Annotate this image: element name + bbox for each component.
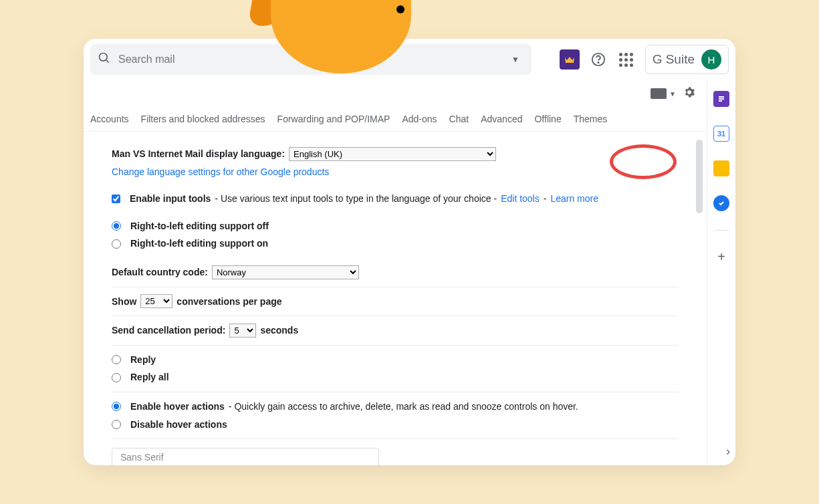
language-select[interactable]: English (UK) [289, 147, 496, 161]
input-tools-label: Enable input tools [130, 190, 211, 208]
seconds-label: seconds [260, 322, 298, 340]
main-area: ▼ Accounts Filters and blocked addresses… [84, 80, 707, 465]
tab-forwarding[interactable]: Forwarding and POP/IMAP [277, 114, 390, 124]
side-collapse-chevron[interactable]: › [726, 445, 730, 459]
rtl-off-radio[interactable] [112, 221, 121, 231]
edit-tools-link[interactable]: Edit tools [501, 190, 540, 208]
gsuite-label: G Suite [653, 52, 695, 67]
avatar[interactable]: H [701, 49, 721, 70]
svg-line-1 [106, 59, 109, 62]
conv-per-page-label: conversations per page [177, 293, 281, 311]
reply-all-radio[interactable] [112, 373, 121, 382]
rtl-on-radio[interactable] [112, 239, 121, 249]
svg-rect-5 [719, 96, 724, 98]
font-toolbar[interactable]: Sans Serif [112, 448, 379, 465]
sidebar-add-icon[interactable]: + [717, 249, 725, 265]
hover-enable-radio[interactable] [112, 402, 121, 411]
scrollbar-thumb[interactable] [696, 140, 703, 213]
reply-label: Reply [130, 351, 156, 369]
tab-filters[interactable]: Filters and blocked addresses [141, 114, 265, 124]
dash: - [544, 190, 547, 208]
input-tools-icon[interactable] [651, 88, 667, 99]
enable-input-tools-checkbox[interactable] [112, 195, 120, 203]
settings-tabs: Accounts Filters and blocked addresses F… [84, 107, 707, 132]
tab-advanced[interactable]: Advanced [481, 114, 522, 124]
search-options-dropdown[interactable]: ▼ [506, 55, 525, 64]
country-code-label: Default country code: [112, 263, 208, 281]
gear-icon[interactable] [683, 86, 696, 102]
input-tools-dropdown[interactable]: ▼ [669, 90, 676, 98]
gsuite-account-box[interactable]: G Suite H [645, 45, 729, 74]
language-label: Man VS Internet Mail display language: [112, 145, 285, 163]
sidebar-keep-icon[interactable] [713, 160, 729, 176]
sidebar-tasks-icon[interactable] [713, 195, 729, 211]
help-icon[interactable] [589, 50, 608, 69]
reply-radio[interactable] [112, 355, 121, 364]
tab-accounts[interactable]: Accounts [90, 114, 129, 124]
hover-disable-label: Disable hover actions [130, 416, 227, 434]
rtl-on-label: Right-to-left editing support on [130, 235, 268, 253]
side-panel: 31 + [707, 80, 735, 465]
svg-point-0 [100, 53, 108, 61]
show-label: Show [112, 293, 136, 311]
change-language-link[interactable]: Change language settings for other Googl… [112, 163, 329, 181]
hover-disable-radio[interactable] [112, 420, 121, 429]
tab-themes[interactable]: Themes [574, 114, 608, 124]
settings-body: Man VS Internet Mail display language: E… [84, 132, 707, 465]
country-code-select[interactable]: Norway [212, 265, 359, 279]
gmail-settings-window: ▼ G Suite H ▼ [84, 39, 735, 465]
tab-offline[interactable]: Offline [534, 114, 561, 124]
toolbar-row: ▼ [84, 80, 707, 107]
input-tools-desc: - Use various text input tools to type i… [215, 190, 497, 208]
rtl-off-label: Right-to-left editing support off [130, 217, 269, 235]
svg-point-3 [598, 62, 598, 63]
cancel-period-label: Send cancellation period: [112, 322, 225, 340]
tab-addons[interactable]: Add-ons [402, 114, 437, 124]
side-divider [714, 230, 729, 231]
crown-badge-icon[interactable] [560, 49, 580, 70]
sidebar-calendar-icon[interactable]: 31 [713, 126, 729, 142]
svg-rect-7 [719, 100, 722, 102]
page-size-select[interactable]: 25 [140, 294, 172, 308]
sidebar-notes-icon[interactable] [713, 91, 729, 107]
cancel-period-select[interactable]: 5 [229, 324, 256, 338]
search-icon [97, 51, 112, 68]
apps-grid-icon[interactable] [617, 50, 636, 69]
reply-all-label: Reply all [130, 368, 169, 386]
tab-chat[interactable]: Chat [449, 114, 469, 124]
learn-more-link[interactable]: Learn more [550, 190, 598, 208]
font-name: Sans Serif [120, 452, 164, 463]
hover-desc: - Quickly gain access to archive, delete… [229, 398, 578, 416]
hover-enable-label: Enable hover actions [130, 398, 225, 416]
svg-rect-6 [719, 98, 724, 100]
decorative-giraffe [251, 0, 425, 74]
